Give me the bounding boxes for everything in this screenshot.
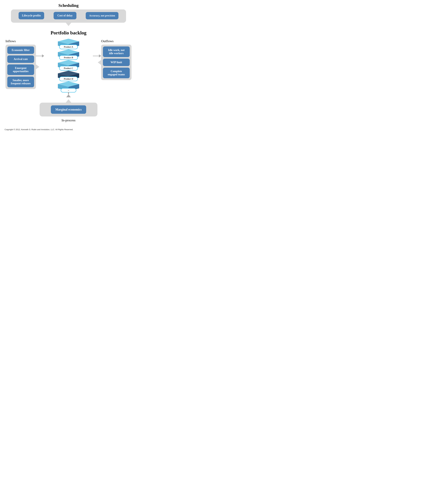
wip-limit-btn: WIP limit [103,59,130,66]
scheduling-box: Lifecycle profits Cost of delay Accuracy… [11,9,126,23]
idle-work-btn: Idle work, not idle workers [103,46,130,57]
in-process-title: In-process [62,118,75,122]
arrival-rate-btn: Arrival rate [7,56,34,63]
bottom-section: Marginal economics In-process [3,103,134,122]
accuracy-precision-btn: Accuracy, not precision [86,12,118,19]
svg-text:Product C: Product C [64,67,73,69]
svg-text:Product D: Product D [64,78,73,80]
stack-svg: Product A Product B Produc [55,37,82,101]
inflows-column: Inflows Economic filter Arrival rate Eme… [4,39,37,89]
copyright: Copyright © 2012, Kenneth S. Rubin and I… [3,128,134,131]
center-column: Portfolio backlog Product A [43,30,94,101]
svg-text:Product B: Product B [64,56,73,59]
complete-engaged-teams-btn: Complete engaged teams [103,68,130,78]
svg-text:Product A: Product A [64,46,73,48]
scheduling-title: Scheduling [3,3,134,8]
backlog-title: Portfolio backlog [50,30,87,36]
smaller-releases-btn: Smaller, more frequent releases [7,77,34,87]
stack-visual: Product A Product B Produc [43,37,94,101]
outflows-title: Outflows [101,39,114,43]
marginal-economics-btn: Marginal economics [51,105,86,114]
in-process-box: Marginal economics [40,103,97,117]
economic-filter-btn: Economic filter [7,46,34,54]
emergent-opportunities-btn: Emergent opportunities [7,64,34,75]
svg-rect-26 [68,92,69,94]
outflows-box: Idle work, not idle workers WIP limit Co… [101,45,131,80]
lifecycle-profits-btn: Lifecycle profits [19,12,44,19]
main-section: Inflows Economic filter Arrival rate Eme… [3,30,134,101]
svg-text:–: – [68,89,69,92]
inflows-box: Economic filter Arrival rate Emergent op… [6,45,36,89]
svg-marker-25 [66,94,71,97]
inflows-title: Inflows [6,39,16,43]
outflows-column: Outflows Idle work, not idle workers WIP… [100,39,133,80]
cost-of-delay-btn: Cost of delay [54,12,76,19]
